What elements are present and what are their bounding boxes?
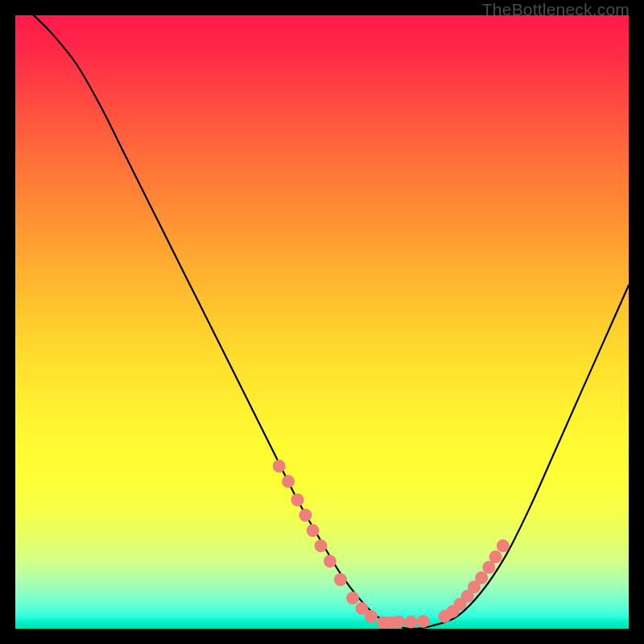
chart-stage: TheBottleneck.com — [0, 0, 644, 644]
data-dot — [291, 493, 304, 506]
data-dot — [489, 551, 502, 564]
plot-area — [15, 15, 629, 629]
watermark-text: TheBottleneck.com — [482, 0, 630, 19]
data-dot — [497, 539, 510, 552]
data-dot — [392, 616, 405, 629]
left-arm-dots — [273, 460, 378, 623]
data-dot — [405, 616, 418, 629]
data-dot — [299, 509, 312, 522]
data-dot — [282, 475, 295, 488]
data-dot — [273, 460, 286, 473]
data-dot — [334, 573, 347, 586]
right-arm-dots — [377, 539, 510, 629]
data-dot — [475, 572, 488, 584]
data-dot — [365, 610, 378, 623]
bottleneck-curve — [34, 15, 629, 629]
chart-svg — [15, 15, 629, 629]
data-dot — [324, 555, 336, 568]
data-dot — [346, 592, 359, 605]
data-dot — [417, 615, 430, 628]
data-dot — [315, 539, 328, 552]
data-dot — [307, 524, 320, 537]
